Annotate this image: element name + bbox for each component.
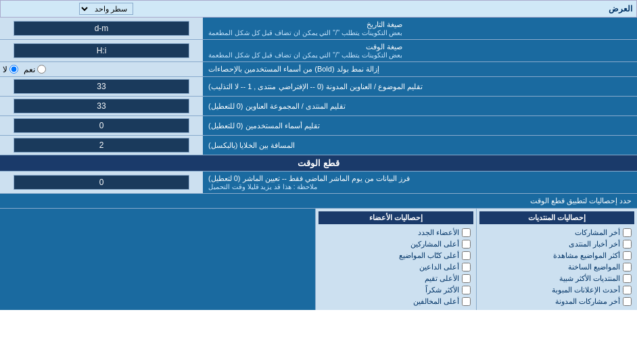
- bold-remove-row: إزالة نمط بولد (Bold) من أسماء المستخدمي…: [0, 62, 637, 77]
- stat-member-item-5: الأعلى تقيم: [318, 273, 473, 284]
- time-cut-input-cell: [0, 172, 203, 193]
- header-control: سطر واحد سطرين ثلاثة أسطر: [5, 3, 208, 15]
- forum-sort-input-cell: [0, 97, 203, 115]
- stat-member-checkbox-7[interactable]: [462, 297, 471, 306]
- stats-columns: إحصاليات المنتديات أخر المشاركات أخر أخب…: [0, 209, 637, 310]
- stat-member-checkbox-3[interactable]: [462, 251, 471, 260]
- user-sort-input-cell: [0, 116, 203, 135]
- stats-apply-header: حدد إحصاليات لتطبيق قطع الوقت: [0, 194, 637, 209]
- stats-col-forums-header: إحصاليات المنتديات: [479, 211, 634, 224]
- stat-checkbox-3[interactable]: [623, 251, 632, 260]
- time-format-row: صيغة الوقت بعض التكوينات يتطلب "/" التي …: [0, 40, 637, 62]
- stats-col-members-header: إحصاليات الأعضاء: [318, 211, 473, 224]
- topic-sort-input[interactable]: [14, 79, 189, 94]
- forum-sort-label: تقليم المنتدى / المجموعة العناوين (0 للت…: [203, 97, 637, 115]
- radio-no[interactable]: [9, 65, 18, 74]
- stats-col-forums: إحصاليات المنتديات أخر المشاركات أخر أخب…: [476, 209, 637, 310]
- stat-member-item-6: الأكثر شكراً: [318, 284, 473, 296]
- bold-remove-label: إزالة نمط بولد (Bold) من أسماء المستخدمي…: [203, 62, 637, 76]
- stat-member-item-7: أعلى المخالفين: [318, 296, 473, 307]
- date-format-row: صيغة التاريخ بعض التكوينات يتطلب "/" الت…: [0, 18, 637, 40]
- user-sort-label: تقليم أسماء المستخدمين (0 للتعطيل): [203, 116, 637, 135]
- bold-remove-control: نعم لا: [0, 62, 203, 76]
- stat-member-checkbox-5[interactable]: [462, 274, 471, 283]
- forum-sort-row: تقليم المنتدى / المجموعة العناوين (0 للت…: [0, 97, 637, 116]
- user-sort-input[interactable]: [14, 118, 189, 133]
- stat-checkbox-6[interactable]: [623, 286, 632, 294]
- top-header-row: العرض سطر واحد سطرين ثلاثة أسطر: [0, 0, 637, 18]
- forum-sort-input[interactable]: [14, 99, 189, 113]
- topic-sort-row: تقليم الموضوع / العناوين المدونة (0 -- ا…: [0, 77, 637, 97]
- stat-member-checkbox-6[interactable]: [462, 286, 471, 294]
- time-cut-label: فرز البيانات من يوم الماشر الماضي فقط --…: [203, 172, 637, 193]
- stat-member-checkbox-1[interactable]: [462, 228, 471, 237]
- topic-sort-label: تقليم الموضوع / العناوين المدونة (0 -- ا…: [203, 77, 637, 96]
- stat-checkbox-5[interactable]: [623, 274, 632, 283]
- cell-spacing-label: المسافة بين الخلايا (بالبكسل): [203, 136, 637, 155]
- stat-item-7: أخر مشاركات المدونة: [479, 296, 634, 307]
- stat-item-2: أخر أخبار المنتدى: [479, 238, 634, 250]
- time-format-input[interactable]: [14, 43, 189, 58]
- stat-checkbox-1[interactable]: [623, 228, 632, 237]
- time-cut-input[interactable]: [14, 175, 189, 190]
- display-mode-dropdown[interactable]: سطر واحد سطرين ثلاثة أسطر: [79, 3, 133, 15]
- stat-item-5: المنتديات الأكثر شبية: [479, 273, 634, 284]
- radio-yes[interactable]: [37, 65, 46, 74]
- stat-member-item-1: الأعضاء الجدد: [318, 227, 473, 238]
- stat-checkbox-4[interactable]: [623, 263, 632, 271]
- stat-checkbox-2[interactable]: [623, 240, 632, 249]
- header-label: العرض: [208, 4, 632, 14]
- stat-member-item-3: أعلى كتّاب المواضيع: [318, 250, 473, 261]
- main-container: العرض سطر واحد سطرين ثلاثة أسطر صيغة الت…: [0, 0, 637, 310]
- time-format-input-cell: [0, 40, 203, 61]
- user-sort-row: تقليم أسماء المستخدمين (0 للتعطيل): [0, 116, 637, 136]
- stat-item-4: المواضيع الساخنة: [479, 261, 634, 273]
- cell-spacing-input-cell: [0, 136, 203, 155]
- stat-item-1: أخر المشاركات: [479, 227, 634, 238]
- stats-col-members: إحصاليات الأعضاء الأعضاء الجدد أعلى المش…: [315, 209, 476, 310]
- time-format-label: صيغة الوقت بعض التكوينات يتطلب "/" التي …: [203, 40, 637, 61]
- date-format-label: صيغة التاريخ بعض التكوينات يتطلب "/" الت…: [203, 18, 637, 39]
- cell-spacing-input[interactable]: [14, 138, 189, 153]
- time-cut-row: فرز البيانات من يوم الماشر الماضي فقط --…: [0, 172, 637, 194]
- date-format-input-cell: [0, 18, 203, 39]
- stat-item-3: أكثر المواضيع مشاهدة: [479, 250, 634, 261]
- topic-sort-input-cell: [0, 77, 203, 96]
- stat-member-checkbox-2[interactable]: [462, 240, 471, 249]
- cell-spacing-row: المسافة بين الخلايا (بالبكسل): [0, 136, 637, 155]
- date-format-input[interactable]: [14, 21, 189, 36]
- time-cut-header: قطع الوقت: [0, 155, 637, 172]
- stats-col-extra: [0, 209, 315, 310]
- radio-yes-label[interactable]: نعم: [24, 65, 46, 74]
- stat-member-item-2: أعلى المشاركين: [318, 238, 473, 250]
- stat-item-6: أحدث الإعلانات المبوبة: [479, 284, 634, 296]
- radio-no-label[interactable]: لا: [3, 65, 18, 74]
- stat-member-checkbox-4[interactable]: [462, 263, 471, 271]
- stat-checkbox-7[interactable]: [623, 297, 632, 306]
- stat-member-item-4: أعلى الداعين: [318, 261, 473, 273]
